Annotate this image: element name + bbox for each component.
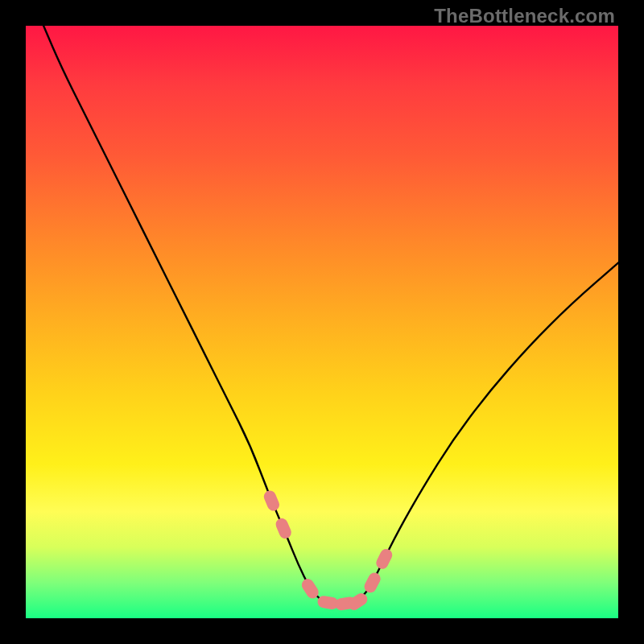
svg-rect-7 (374, 547, 394, 571)
svg-rect-1 (274, 516, 293, 540)
curve-bead (345, 591, 369, 613)
bottleneck-curve-svg (26, 26, 618, 618)
chart-plot-area (26, 26, 618, 618)
svg-rect-6 (362, 571, 382, 595)
curve-bead (374, 547, 394, 571)
bottleneck-curve-path (43, 26, 618, 604)
curve-bead (262, 489, 281, 513)
svg-rect-5 (345, 591, 369, 613)
svg-rect-0 (262, 489, 281, 513)
curve-bead (274, 516, 293, 540)
curve-bead (362, 571, 382, 595)
watermark-text: TheBottleneck.com (434, 5, 615, 27)
chart-frame: TheBottleneck.com (0, 0, 644, 644)
